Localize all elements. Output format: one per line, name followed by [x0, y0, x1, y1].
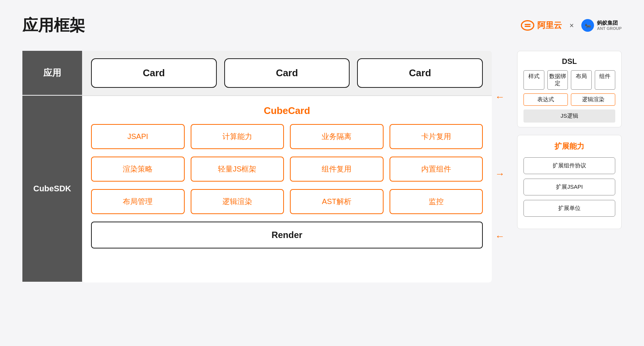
dsl-databind: 数据绑定	[547, 70, 568, 90]
right-panel: DSL 样式 数据绑定 布局 组件 表达式 逻辑渲染 JS逻辑 扩展能力 扩展组…	[517, 51, 622, 229]
sidebar: 应用 CubeSDK	[22, 51, 82, 282]
feature-jsapi: JSAPI	[91, 124, 185, 149]
content-area: Card Card Card CubeCard JSAPI 计算能力 业务隔离	[82, 51, 492, 282]
extend-item-jsapi: 扩展JSAPI	[523, 179, 615, 195]
feature-ast: AST解析	[290, 189, 384, 214]
cubecard-section: CubeCard JSAPI 计算能力 业务隔离 卡片复用	[82, 96, 492, 282]
extend-item-unit: 扩展单位	[523, 200, 615, 217]
antgroup-text-block: 蚂蚁集团 ANT GROUP	[597, 20, 622, 31]
arrow-extend-left: ←	[495, 231, 505, 242]
card-1: Card	[91, 58, 217, 88]
feature-compute: 计算能力	[191, 124, 284, 149]
feature-builtin-component: 内置组件	[390, 157, 483, 182]
card-2: Card	[224, 58, 350, 88]
page-header: 应用框架 阿里云 × 🐜 蚂蚁集团 ANT GROUP	[22, 15, 622, 36]
sidebar-yingyong: 应用	[22, 51, 82, 96]
brand-x: ×	[569, 21, 574, 30]
feature-monitor: 监控	[390, 189, 483, 214]
arrow-dsl: ←	[495, 91, 505, 103]
feature-business-isolation: 业务隔离	[290, 124, 384, 149]
feature-row-1: JSAPI 计算能力 业务隔离 卡片复用	[91, 124, 483, 149]
render-box: Render	[91, 222, 483, 248]
aliyun-icon	[521, 20, 534, 31]
dsl-style: 样式	[523, 70, 544, 90]
extend-item-component: 扩展组件协议	[523, 157, 615, 174]
arrows-column: ← → ←	[492, 51, 508, 282]
cards-section: Card Card Card	[82, 51, 492, 96]
dsl-component: 组件	[595, 70, 616, 90]
feature-row-3: 布局管理 逻辑渲染 AST解析 监控	[91, 189, 483, 214]
dsl-box: DSL 样式 数据绑定 布局 组件 表达式 逻辑渲染 JS逻辑	[517, 51, 622, 127]
arrow-extend-right: →	[495, 168, 505, 180]
feature-row-2: 渲染策略 轻量JS框架 组件复用 内置组件	[91, 157, 483, 182]
feature-logic-render: 逻辑渲染	[191, 189, 284, 214]
feature-render-strategy: 渲染策略	[91, 157, 185, 182]
left-area: 应用 CubeSDK Card Card Card CubeCard JSAPI	[22, 51, 508, 282]
page-title: 应用框架	[22, 15, 85, 36]
feature-js-framework: 轻量JS框架	[191, 157, 284, 182]
brand-logo: 阿里云 × 🐜 蚂蚁集团 ANT GROUP	[521, 19, 622, 32]
antgroup-en: ANT GROUP	[597, 26, 622, 31]
feature-layout: 布局管理	[91, 189, 185, 214]
svg-rect-1	[525, 26, 531, 27]
dsl-js-logic: JS逻辑	[523, 109, 615, 123]
svg-rect-0	[525, 24, 531, 25]
card-3: Card	[357, 58, 483, 88]
dsl-row2: 表达式 逻辑渲染	[523, 93, 615, 106]
feature-component-reuse: 组件复用	[290, 157, 384, 182]
dsl-expression: 表达式	[523, 93, 568, 106]
antgroup-cn: 蚂蚁集团	[597, 20, 622, 26]
extend-box: 扩展能力 扩展组件协议 扩展JSAPI 扩展单位	[517, 135, 622, 229]
dsl-layout: 布局	[571, 70, 592, 90]
cubecard-title: CubeCard	[91, 105, 483, 117]
dsl-logic-render: 逻辑渲染	[571, 93, 615, 106]
antgroup-icon: 🐜	[581, 19, 594, 32]
main-layout: 应用 CubeSDK Card Card Card CubeCard JSAPI	[22, 51, 622, 282]
brand-antgroup: 🐜 蚂蚁集团 ANT GROUP	[581, 19, 622, 32]
dsl-title: DSL	[523, 57, 615, 66]
brand-aliyun: 阿里云	[521, 20, 562, 31]
feature-card-reuse: 卡片复用	[390, 124, 483, 149]
aliyun-text: 阿里云	[537, 20, 562, 31]
dsl-row1: 样式 数据绑定 布局 组件	[523, 70, 615, 90]
sidebar-cubesdk: CubeSDK	[22, 96, 82, 282]
extend-title: 扩展能力	[523, 141, 615, 151]
